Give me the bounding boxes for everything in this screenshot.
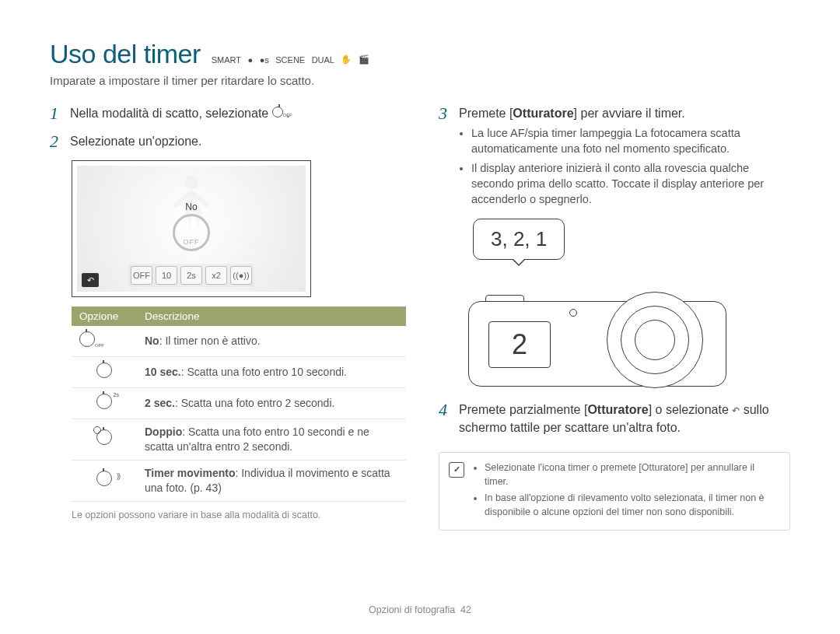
timer-off-icon — [272, 109, 283, 120]
svg-point-0 — [184, 176, 198, 190]
camera-illustration: 3, 2, 1 2 — [460, 222, 740, 385]
option-desc: 2 sec.: Scatta una foto entro 2 secondi. — [137, 388, 406, 419]
left-column: 1 Nella modalità di scatto, selezionate … — [50, 104, 406, 531]
title-row: Uso del timer SMART ● ●s SCENE DUAL ✋ 🎬 — [50, 39, 790, 69]
option-desc: No: Il timer non è attivo. — [137, 326, 406, 356]
step-number: 2 — [50, 132, 62, 151]
right-column: 3 Premete [Otturatore] per avviare il ti… — [439, 104, 790, 531]
table-row: No: Il timer non è attivo. — [72, 326, 406, 356]
timer-option-strip: OFF 10 2s x2 ((●)) — [128, 264, 254, 287]
mode-icon: ● — [248, 55, 254, 65]
camera-front-screen: 2 — [488, 321, 551, 368]
option-desc: Timer movimento: Individua il movimento … — [137, 460, 406, 501]
mode-icons: SMART ● ●s SCENE DUAL ✋ 🎬 — [212, 52, 373, 66]
timer-off-icon — [79, 331, 95, 347]
options-table: Opzione Descrizione No: Il timer non è a… — [72, 306, 406, 501]
option-icon-cell — [72, 460, 137, 501]
note-item: Selezionate l'icona timer o premete [Ott… — [485, 461, 779, 489]
option-icon-cell — [72, 419, 137, 461]
step-body: Nella modalità di scatto, selezionate . — [70, 104, 406, 123]
mode-icon: SCENE — [275, 55, 305, 65]
timer-selected-icon: No OFF — [173, 201, 210, 251]
bullet-item: La luce AF/spia timer lampeggia La fotoc… — [471, 125, 790, 157]
bullet-item: Il display anteriore inizierà il conto a… — [471, 160, 790, 208]
camera-screen-mockup: No OFF OFF 10 2s x2 ((●)) ↶ — [72, 160, 311, 297]
timer-option[interactable]: x2 — [205, 266, 227, 285]
option-desc: Doppio: Scatta una foto entro 10 secondi… — [137, 419, 406, 461]
th-option: Opzione — [72, 306, 137, 326]
countdown-speech-bubble: 3, 2, 1 — [473, 219, 565, 260]
columns: 1 Nella modalità di scatto, selezionate … — [50, 104, 790, 531]
option-desc: 10 sec.: Scatta una foto entro 10 second… — [137, 357, 406, 388]
mode-icon: ✋ — [341, 54, 352, 65]
page-title: Uso del timer — [50, 39, 201, 69]
page-subtitle: Imparate a impostare il timer per ritard… — [50, 74, 790, 87]
step-1: 1 Nella modalità di scatto, selezionate … — [50, 104, 406, 123]
step-2: 2 Selezionate un'opzione. — [50, 132, 406, 151]
timer-option[interactable]: ((●)) — [230, 266, 252, 285]
timer-option[interactable]: 10 — [156, 266, 177, 285]
mode-icon: SMART — [212, 55, 241, 65]
camera-lens-icon — [635, 320, 675, 360]
timer-motion-icon — [96, 471, 112, 486]
table-footnote: Le opzioni possono variare in base alla … — [72, 510, 406, 520]
back-button[interactable]: ↶ — [82, 273, 99, 287]
step-3-bullets: La luce AF/spia timer lampeggia La fotoc… — [459, 125, 790, 207]
option-icon-cell — [72, 326, 137, 356]
note-item: In base all'opzione di rilevamento volto… — [485, 491, 779, 519]
camera-body-drawing: 2 — [468, 290, 725, 391]
step-number: 1 — [50, 104, 62, 123]
timer-10s-icon — [96, 363, 112, 378]
footer-section: Opzioni di fotografia — [369, 604, 455, 615]
note-box: ✓ Selezionate l'icona timer o premete [O… — [439, 452, 790, 531]
timer-label: No — [173, 201, 210, 212]
note-list: Selezionate l'icona timer o premete [Ott… — [474, 461, 779, 520]
step-number: 3 — [439, 104, 451, 211]
table-row: 10 sec.: Scatta una foto entro 10 second… — [72, 357, 406, 388]
timer-double-icon — [96, 429, 112, 445]
th-description: Descrizione — [137, 306, 406, 326]
step-3: 3 Premete [Otturatore] per avviare il ti… — [439, 104, 790, 211]
screen-inner: No OFF OFF 10 2s x2 ((●)) ↶ — [77, 166, 306, 292]
step-4: 4 Premete parzialmente [Otturatore] o se… — [439, 401, 790, 436]
note-icon: ✓ — [449, 462, 464, 478]
timer-option[interactable]: OFF — [131, 266, 152, 285]
step-body: Premete [Otturatore] per avviare il time… — [459, 104, 790, 211]
page-footer: Opzioni di fotografia 42 — [0, 604, 840, 615]
step-number: 4 — [439, 401, 451, 436]
step-text: Nella modalità di scatto, selezionate — [70, 107, 272, 120]
manual-page: Uso del timer SMART ● ●s SCENE DUAL ✋ 🎬 … — [0, 0, 840, 634]
footer-page-number: 42 — [460, 604, 471, 615]
mode-icon: ●s — [260, 55, 269, 65]
table-row: 2 sec.: Scatta una foto entro 2 secondi. — [72, 388, 406, 419]
mode-icon: DUAL — [312, 55, 334, 65]
timer-2s-icon — [96, 394, 112, 409]
timer-option[interactable]: 2s — [180, 266, 202, 285]
step-body: Selezionate un'opzione. — [70, 132, 406, 151]
mode-icon: 🎬 — [359, 54, 369, 65]
step-body: Premete parzialmente [Otturatore] o sele… — [459, 401, 790, 436]
option-icon-cell — [72, 357, 137, 388]
return-arrow-icon: ↶ — [732, 405, 740, 416]
table-row: Timer movimento: Individua il movimento … — [72, 460, 406, 501]
camera-led-icon — [569, 309, 577, 317]
table-row: Doppio: Scatta una foto entro 10 secondi… — [72, 419, 406, 461]
option-icon-cell — [72, 388, 137, 419]
